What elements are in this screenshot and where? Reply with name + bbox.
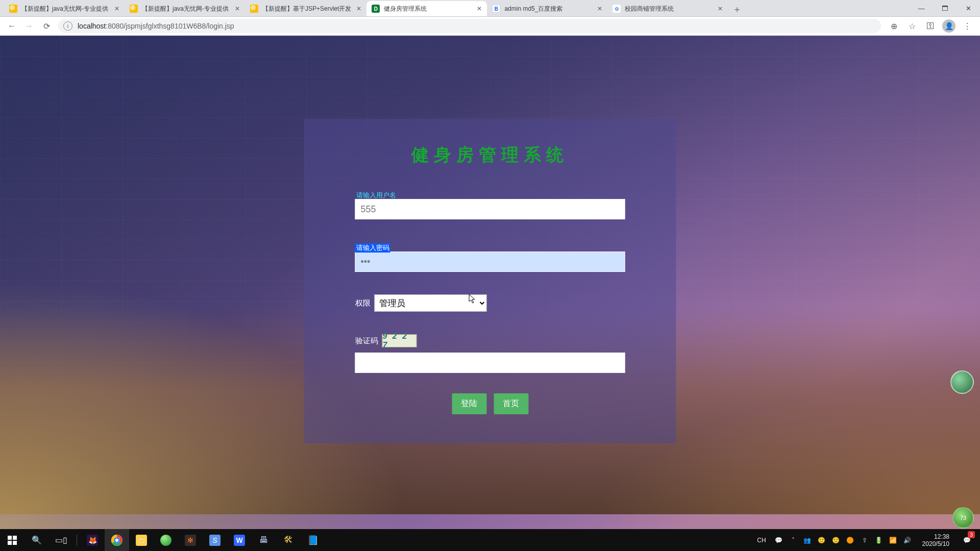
favicon-icon [250,5,258,13]
username-input[interactable] [355,199,625,219]
role-select[interactable]: 管理员 [375,294,487,312]
nav-back-button[interactable]: ← [3,18,20,34]
taskbar-app-wps[interactable]: W [227,529,252,551]
browser-tab-strip: 【新提醒】java无忧网-专业提供 ✕ 【新提醒】java无忧网-专业提供 ✕ … [0,0,980,17]
taskbar-app-green[interactable] [154,529,178,551]
captcha-field: 验证码 9 2 2 7 [355,334,625,347]
login-title: 健身房管理系统 [355,143,625,167]
bookmark-star-icon[interactable]: ☆ [904,19,920,33]
close-icon[interactable]: ✕ [476,5,483,12]
browser-tab-1[interactable]: 【新提醒】java无忧网-专业提供 ✕ [4,1,125,16]
favicon-icon: B [492,5,500,13]
tray-face1-icon[interactable]: 🙂 [817,536,826,545]
tab-title: 健身房管理系统 [384,5,472,13]
password-field: 请输入密码 [355,242,625,272]
taskbar-app-tools[interactable]: 🛠 [276,529,301,551]
tray-overflow-icon[interactable]: ˄ [789,536,798,545]
username-label: 请输入用户名 [355,191,397,200]
taskbar-separator [77,535,77,546]
favicon-icon [130,5,138,13]
tab-title: 【新提醒】基于JSP+Servlet开发 [262,5,351,13]
favicon-icon: ⚙ [612,5,621,13]
ime-indicator[interactable]: CH [754,537,769,544]
password-label: 请输入密码 [355,243,390,253]
nav-forward-button[interactable]: → [20,18,38,34]
captcha-label: 验证码 [355,336,378,346]
address-bar[interactable]: i localhost:8080/jspmjsfglxthsg8101W6B8/… [58,19,881,33]
close-icon[interactable]: ✕ [234,5,241,12]
taskbar-app-firefox[interactable]: 🦊 [80,529,105,551]
clock-time: 12:38 [922,533,949,540]
browser-tab-4-active[interactable]: D 健身房管理系统 ✕ [366,1,487,16]
window-minimize-button[interactable]: — [910,0,933,17]
favicon-icon [9,5,17,13]
accelerator-number: 73 [960,515,966,521]
home-button[interactable]: 首页 [494,393,528,414]
close-icon[interactable]: ✕ [596,5,603,12]
floating-accelerator-icon[interactable]: 73 [952,507,974,529]
captcha-input[interactable] [355,353,625,373]
taskbar-search-button[interactable]: 🔍 [24,529,49,551]
floating-avatar-icon[interactable] [950,370,974,394]
chrome-menu-button[interactable]: ⋮ [960,19,975,33]
favicon-icon: D [372,5,380,13]
password-key-icon[interactable]: ⚿ [923,19,938,33]
zoom-icon[interactable]: ⊕ [886,19,901,33]
username-field: 请输入用户名 [355,189,625,219]
browser-tab-2[interactable]: 【新提醒】java无忧网-专业提供 ✕ [125,1,245,16]
close-icon[interactable]: ✕ [355,5,362,12]
window-close-button[interactable]: ✕ [957,0,980,17]
taskbar-app-explorer[interactable]: 🗀 [129,529,154,551]
clock-date: 2020/5/10 [922,540,949,547]
window-maximize-button[interactable]: 🗖 [933,0,957,17]
close-icon[interactable]: ✕ [113,5,120,12]
taskbar-app-script[interactable]: S [203,529,227,551]
action-center-button[interactable]: 💬3 [955,529,978,551]
taskbar-app-ide[interactable]: ✻ [178,529,203,551]
password-input[interactable] [355,252,625,272]
browser-tab-6[interactable]: ⚙ 校园商铺管理系统 ✕ [607,1,728,16]
taskbar-app-notes[interactable]: 📘 [301,529,325,551]
tray-chat-icon[interactable]: 💬 [774,536,783,545]
nav-reload-button[interactable]: ⟳ [38,18,55,34]
browser-toolbar: ← → ⟳ i localhost:8080/jspmjsfglxthsg810… [0,17,980,36]
tray-usb-icon[interactable]: ⇪ [860,536,869,545]
browser-tab-5[interactable]: B admin md5_百度搜索 ✕ [487,1,607,16]
role-label: 权限 [355,298,371,308]
site-info-icon[interactable]: i [63,21,72,31]
tray-face2-icon[interactable]: 🙂 [831,536,841,545]
profile-avatar-button[interactable]: 👤 [941,19,957,33]
taskbar-clock[interactable]: 12:38 2020/5/10 [917,533,954,547]
tray-volume-icon[interactable]: 🔊 [903,536,912,545]
system-tray[interactable]: 💬 ˄ 👥 🙂 🙂 🟠 ⇪ 🔋 📶 🔊 [770,536,916,545]
new-tab-button[interactable]: ＋ [730,2,744,16]
task-view-button[interactable]: ▭▯ [49,529,74,551]
tray-people-icon[interactable]: 👥 [803,536,812,545]
tray-wifi-icon[interactable]: 📶 [889,536,898,545]
login-button[interactable]: 登陆 [452,393,486,414]
tray-battery-icon[interactable]: 🔋 [874,536,884,545]
tab-title: 【新提醒】java无忧网-专业提供 [142,5,230,13]
notification-badge: 3 [968,531,975,538]
tab-title: 校园商铺管理系统 [625,5,713,13]
login-panel: 健身房管理系统 请输入用户名 请输入密码 权限 管理员 验证码 9 2 2 7 … [304,119,676,443]
page-content: 健身房管理系统 请输入用户名 请输入密码 权限 管理员 验证码 9 2 2 7 … [0,36,980,529]
windows-taskbar: 🔍 ▭▯ 🦊 🗀 ✻ S W 🖶 🛠 📘 CH 💬 ˄ 👥 🙂 🙂 🟠 ⇪ 🔋 … [0,529,980,551]
url-host: localhost [78,22,106,30]
tab-title: admin md5_百度搜索 [504,5,592,13]
tray-orange-icon[interactable]: 🟠 [846,536,855,545]
url-path: :8080/jspmjsfglxthsg8101W6B8/login.jsp [106,22,234,30]
tab-title: 【新提醒】java无忧网-专业提供 [21,5,109,13]
close-icon[interactable]: ✕ [717,5,724,12]
taskbar-app-printer[interactable]: 🖶 [252,529,276,551]
taskbar-app-chrome[interactable] [105,529,129,551]
start-button[interactable] [0,529,24,551]
captcha-image[interactable]: 9 2 2 7 [382,334,417,347]
role-field: 权限 管理员 [355,294,625,312]
browser-tab-3[interactable]: 【新提醒】基于JSP+Servlet开发 ✕ [245,1,366,16]
